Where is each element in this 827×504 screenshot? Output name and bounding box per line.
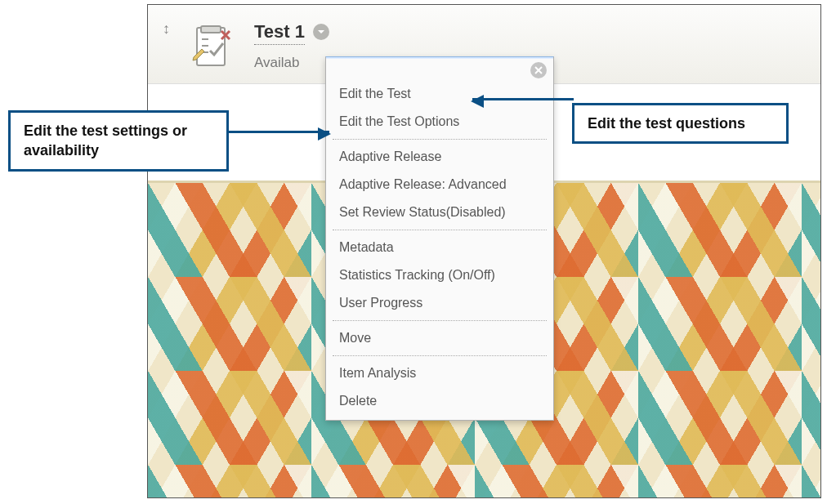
assessment-icon (192, 21, 236, 74)
context-menu: Edit the Test Edit the Test Options Adap… (325, 56, 554, 421)
callout-edit-settings: Edit the test settings or availability (8, 110, 229, 172)
menu-item-item-analysis[interactable]: Item Analysis (326, 359, 553, 387)
menu-item-statistics-tracking[interactable]: Statistics Tracking (On/Off) (326, 261, 553, 289)
item-title[interactable]: Test 1 (254, 21, 305, 45)
menu-item-user-progress[interactable]: User Progress (326, 289, 553, 317)
menu-item-adaptive-release-advanced[interactable]: Adaptive Release: Advanced (326, 171, 553, 198)
menu-item-edit-the-test-options[interactable]: Edit the Test Options (326, 108, 553, 136)
arrow-left-icon (472, 98, 574, 100)
arrow-right-icon (229, 131, 329, 133)
menu-item-edit-the-test[interactable]: Edit the Test (326, 80, 553, 108)
close-icon[interactable] (530, 62, 547, 78)
menu-separator (333, 139, 547, 140)
menu-item-delete[interactable]: Delete (326, 387, 553, 415)
menu-separator (333, 230, 547, 230)
menu-item-metadata[interactable]: Metadata (326, 234, 553, 261)
drag-handle-icon[interactable]: ↕ (163, 21, 174, 36)
menu-item-adaptive-release[interactable]: Adaptive Release (326, 143, 553, 171)
menu-item-move[interactable]: Move (326, 324, 553, 352)
menu-item-set-review-status[interactable]: Set Review Status(Disabled) (326, 198, 553, 226)
menu-separator (333, 355, 547, 356)
availability-label: Availab (254, 55, 329, 71)
menu-separator (333, 320, 547, 321)
chevron-down-icon[interactable] (313, 24, 329, 40)
svg-rect-1 (201, 26, 221, 33)
callout-edit-questions: Edit the test questions (572, 103, 789, 144)
item-text-block: Test 1 Availab (254, 21, 329, 71)
